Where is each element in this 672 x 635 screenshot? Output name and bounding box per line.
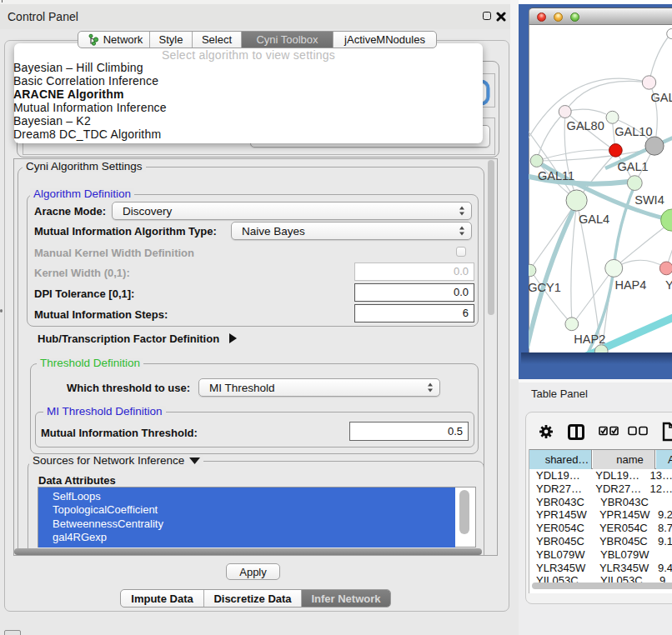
svg-text:GAL10: GAL10 (614, 125, 652, 138)
svg-text:GAL7: GAL7 (651, 91, 672, 104)
svg-text:HAP2: HAP2 (574, 332, 605, 346)
svg-text:GAL4: GAL4 (579, 212, 609, 226)
svg-text:YJ: YJ (665, 278, 672, 292)
svg-text:SWI4: SWI4 (634, 193, 664, 207)
svg-text:GAL1: GAL1 (617, 160, 648, 173)
svg-text:GCY1: GCY1 (529, 281, 561, 294)
svg-text:HAP4: HAP4 (614, 278, 646, 292)
svg-text:GAL11: GAL11 (538, 169, 574, 182)
svg-text:GAL80: GAL80 (567, 119, 604, 132)
